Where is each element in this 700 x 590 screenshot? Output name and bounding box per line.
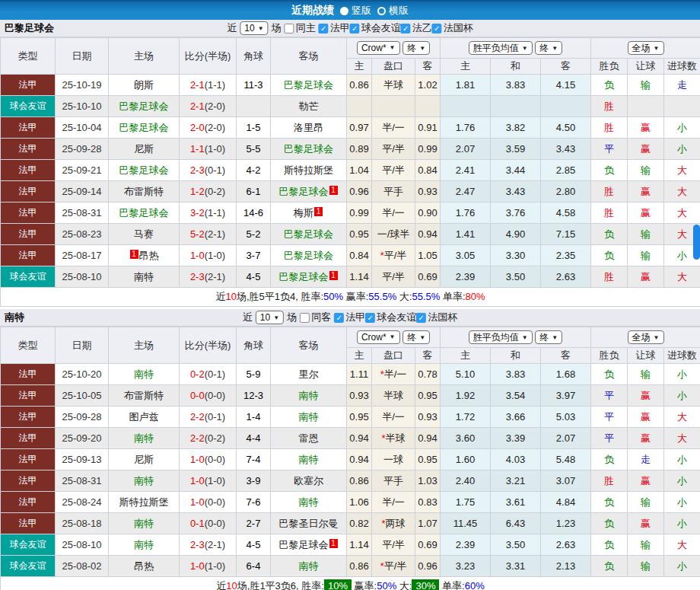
subcol-goals: 进球数 <box>664 59 700 75</box>
euro-draw-odds: 3.54 <box>491 385 541 407</box>
team-name: 巴黎足球会 <box>0 21 54 35</box>
euro-away-odds: 2.80 <box>541 181 591 203</box>
euro-draw-odds: 3.50 <box>491 534 541 556</box>
date-cell: 25-08-24 <box>56 492 109 513</box>
chevron-down-icon: ▼ <box>419 45 425 52</box>
asian-home-odds: 0.89 <box>347 139 372 160</box>
subcol-handicap-result: 让球 <box>628 59 664 75</box>
home-team-cell: 布雷斯特 <box>109 385 180 407</box>
result-handicap: 输 <box>628 556 664 577</box>
match-row: 法甲25-10-19朗斯2-1(1-1)11-3巴黎足球会0.86半球1.021… <box>1 75 700 96</box>
date-cell: 25-09-13 <box>56 449 109 470</box>
checkbox-league[interactable]: ✓法乙 <box>401 21 432 35</box>
odds-time-select[interactable]: 终▼ <box>402 330 430 344</box>
handicap-cell: *平/半 <box>372 556 415 577</box>
away-team-cell: 巴黎足球会 <box>271 224 347 245</box>
recent-matches-table: 类型 日期 主场 比分(半场) 角球 客场 Crow*▼ 终▼ 胜平负均值▼ 终… <box>0 37 700 307</box>
euro-home-odds <box>441 96 491 117</box>
scope-select[interactable]: 全场▼ <box>628 41 664 55</box>
match-type-cell: 法甲 <box>1 449 56 470</box>
match-count-select[interactable]: 10▼ <box>240 21 268 35</box>
score-cell: 2-2(0-2) <box>180 428 237 449</box>
result-goals: 小 <box>664 470 700 492</box>
checkbox-league[interactable]: ✓法国杯 <box>416 311 457 324</box>
odds-time-select[interactable]: 终▼ <box>402 41 430 55</box>
radio-horizontal-layout[interactable]: 横版 <box>377 4 409 18</box>
league-label: 法乙 <box>412 21 432 35</box>
match-count-select[interactable]: 10▼ <box>256 311 284 324</box>
score-cell: 0-1(0-0) <box>180 513 237 534</box>
subcol-euro-draw: 和 <box>491 59 541 75</box>
asian-home-odds <box>347 96 372 117</box>
team-section: 南特 近 10▼ 场 同客 ✓法甲✓球会友谊✓法国杯 类型 日期 主场 <box>0 309 700 590</box>
date-cell: 25-09-14 <box>56 181 109 203</box>
home-team-cell: 南特 <box>109 534 180 556</box>
checkbox-same-venue[interactable]: 同主 <box>285 21 316 35</box>
corners-cell: 1-4 <box>237 407 271 428</box>
scope-select[interactable]: 全场▼ <box>628 330 664 344</box>
checkbox-league[interactable]: ✓法国杯 <box>432 21 473 35</box>
result-handicap: 输 <box>628 492 664 513</box>
match-type-cell: 法甲 <box>1 139 56 160</box>
euro-odds-group: 胜平负均值▼ 终▼ <box>441 38 591 59</box>
red-card-badge: 1 <box>314 207 323 216</box>
section-summary: 近10场,胜5平1负4, 胜率:50% 赢率:55.5% 大:55.5% 单率:… <box>1 288 700 307</box>
subcol-handicap: 盘口 <box>372 348 415 364</box>
away-team-cell: 巴黎圣日尔曼 <box>271 513 347 534</box>
odds-company-select[interactable]: Crow*▼ <box>357 330 400 344</box>
avg-time-select[interactable]: 终▼ <box>535 41 562 55</box>
away-team-cell: 巴黎足球会1 <box>271 534 347 556</box>
league-label: 球会友谊 <box>377 311 416 324</box>
avg-time-select[interactable]: 终▼ <box>535 330 562 344</box>
score-cell: 3-2(1-1) <box>180 203 237 224</box>
away-team-cell: 南特 <box>271 492 347 513</box>
asian-away-odds: 1.02 <box>415 75 441 96</box>
euro-draw-odds: 4.90 <box>491 224 541 245</box>
asian-away-odds: 0.83 <box>415 492 441 513</box>
home-team-cell: 巴黎足球会 <box>109 96 180 117</box>
handicap-cell: *平/半 <box>372 245 415 266</box>
score-cell: 2-1(2-0) <box>180 96 237 117</box>
asian-away-odds: 0.94 <box>415 428 441 449</box>
odds-company-select[interactable]: Crow*▼ <box>357 41 400 55</box>
corners-cell: 3-9 <box>237 470 271 492</box>
checkbox-same-venue[interactable]: 同客 <box>300 311 331 324</box>
checkbox-league[interactable]: ✓法甲 <box>334 311 365 324</box>
asian-home-odds: 0.86 <box>347 470 372 492</box>
result-wdl: 负 <box>591 364 628 385</box>
checkbox-league[interactable]: ✓球会友谊 <box>365 311 416 324</box>
checkbox-league[interactable]: ✓球会友谊 <box>350 21 401 35</box>
score-cell: 1-0(0-0) <box>180 492 237 513</box>
red-card-badge: 1 <box>329 186 338 195</box>
euro-draw-odds: 3.83 <box>491 75 541 96</box>
team-name: 南特 <box>0 311 24 324</box>
euro-away-odds: 4.50 <box>541 117 591 139</box>
checkbox-league[interactable]: ✓法甲 <box>319 21 350 35</box>
avg-odds-select[interactable]: 胜平负均值▼ <box>469 41 533 55</box>
chevron-down-icon: ▼ <box>654 45 660 52</box>
euro-home-odds: 11.45 <box>441 513 491 534</box>
summary-segment: 50% <box>323 291 343 302</box>
scrollbar-thumb[interactable] <box>693 225 700 260</box>
euro-draw-odds: 3.50 <box>491 266 541 288</box>
home-team-cell: 马赛 <box>109 224 180 245</box>
col-corners: 角球 <box>237 38 271 75</box>
avg-odds-select[interactable]: 胜平负均值▼ <box>469 330 533 344</box>
euro-away-odds: 2.13 <box>541 556 591 577</box>
euro-away-odds: 4.84 <box>541 492 591 513</box>
team-label: 南特 <box>299 496 319 508</box>
result-handicap: 输 <box>628 75 664 96</box>
home-team-cell: 昂热 <box>109 556 180 577</box>
team-label: 欧塞尔 <box>294 475 323 486</box>
result-handicap: 输 <box>628 245 664 266</box>
subcol-asian-away: 客 <box>415 59 441 75</box>
away-team-cell: 巴黎足球会1 <box>271 266 347 288</box>
team-label: 勒芒 <box>299 100 319 112</box>
radio-vertical-layout[interactable]: 竖版 <box>340 4 371 18</box>
euro-away-odds: 4.15 <box>541 75 591 96</box>
euro-away-odds: 2.07 <box>541 428 591 449</box>
asian-away-odds: 0.94 <box>415 224 441 245</box>
subcol-handicap: 盘口 <box>372 59 415 75</box>
team-label: 斯特拉斯堡 <box>119 496 169 508</box>
score-cell: 1-0(1-0) <box>180 470 237 492</box>
